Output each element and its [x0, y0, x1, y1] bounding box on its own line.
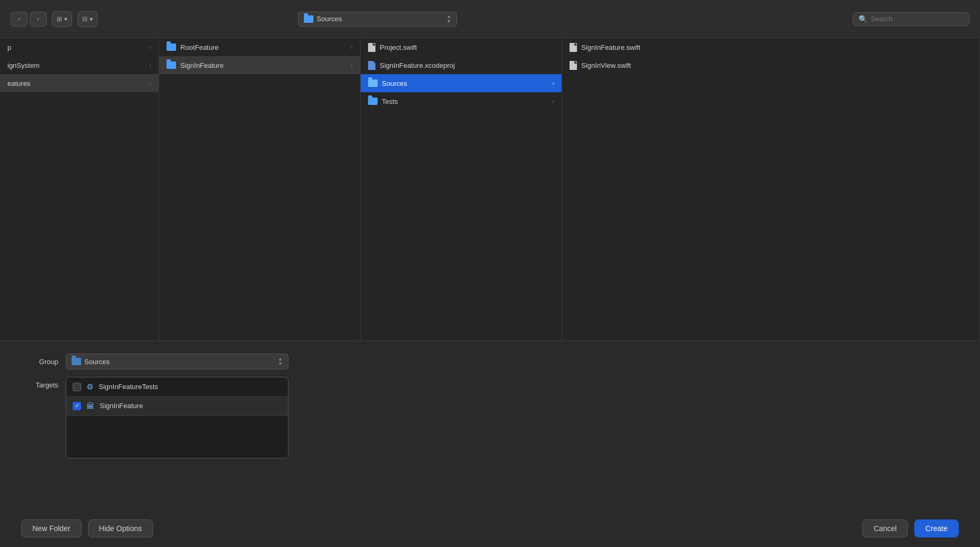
folder-icon [167, 61, 176, 69]
rootfeature-label: RootFeature [180, 43, 347, 51]
right-buttons: Cancel Create [862, 519, 959, 537]
targets-box: ⚙ SignInFeatureTests ✓ 🏛 SignInFeature [66, 377, 288, 458]
location-left: Sources [304, 15, 342, 23]
location-bar[interactable]: Sources ▲ ▼ [298, 12, 457, 27]
search-input[interactable] [871, 15, 964, 23]
xcodeproj-label: SignInFeature.xcodeproj [380, 61, 554, 69]
list-item-tests[interactable]: Tests › [361, 92, 562, 110]
sources-label: Sources [382, 80, 548, 87]
signinfeature-label: SignInFeature [180, 61, 347, 69]
signinfeatureswift-label: SignInFeature.swift [581, 43, 972, 51]
toolbar: ‹ › ⊞ ▾ ⊟ ▾ Sources ▲ ▼ 🔍 [0, 0, 980, 38]
list-item-rootfeature[interactable]: RootFeature › [159, 38, 360, 56]
location-stepper[interactable]: ▲ ▼ [447, 14, 451, 24]
nav-btn-group: ‹ › [11, 12, 47, 27]
projectswift-label: Project.swift [380, 43, 554, 51]
sidebar-item-p-label: p [7, 43, 145, 51]
column-2: Project.swift SignInFeature.xcodeproj So… [361, 38, 562, 340]
targets-empty-area [66, 416, 288, 458]
folder-icon [368, 98, 378, 105]
grid-icon: ⊟ [82, 15, 88, 23]
target-name-signinfeaturetests: SignInFeatureTests [99, 383, 158, 391]
chevron-right-icon: › [553, 99, 554, 104]
building-icon: 🏛 [86, 401, 94, 410]
file-icon [570, 61, 577, 70]
targets-row: Targets ⚙ SignInFeatureTests ✓ 🏛 SignInF… [21, 377, 959, 458]
stepper-down-icon: ▼ [278, 361, 283, 366]
folder-icon [368, 80, 378, 87]
chevron-right-icon: › [553, 81, 554, 86]
gear-icon: ⚙ [86, 382, 93, 392]
target-name-signinfeature: SignInFeature [100, 402, 143, 410]
group-row: Group Sources ▲ ▼ [21, 354, 959, 369]
file-icon [570, 43, 577, 52]
file-icon [368, 43, 375, 52]
target-item-signinfeaturetests[interactable]: ⚙ SignInFeatureTests [66, 377, 288, 396]
group-value: Sources [84, 358, 110, 366]
cancel-button[interactable]: Cancel [862, 519, 908, 537]
column-3: SignInFeature.swift SignInView.swift [562, 38, 980, 340]
group-stepper[interactable]: ▲ ▼ [278, 357, 283, 366]
list-item-projectswift[interactable]: Project.swift [361, 38, 562, 56]
group-select-left: Sources [72, 358, 110, 366]
chevron-right-icon: › [150, 45, 151, 50]
group-folder-icon [72, 358, 81, 365]
list-item-signinfeatureswift[interactable]: SignInFeature.swift [562, 38, 979, 56]
sidebar-column: p › ignSystem › eatures › [0, 38, 159, 340]
location-folder-icon [304, 15, 313, 23]
columns-arrow-icon: ▾ [64, 15, 67, 23]
back-button[interactable]: ‹ [11, 12, 28, 27]
new-folder-button[interactable]: New Folder [21, 519, 82, 537]
list-item-signinfeature[interactable]: SignInFeature › [159, 56, 360, 74]
chevron-right-icon: › [351, 63, 353, 68]
stepper-down-icon: ▼ [447, 19, 451, 24]
list-item-xcodeproj[interactable]: SignInFeature.xcodeproj [361, 56, 562, 74]
location-label: Sources [317, 15, 342, 23]
target-checkbox-signinfeature[interactable]: ✓ [73, 402, 81, 410]
folder-icon [167, 43, 176, 51]
chevron-right-icon: › [150, 81, 151, 86]
chevron-right-icon: › [351, 45, 353, 50]
left-buttons: New Folder Hide Options [21, 519, 153, 537]
sidebar-item-eatures-label: eatures [7, 80, 145, 87]
view-grid-group: ⊟ ▾ [77, 11, 98, 27]
hide-options-button[interactable]: Hide Options [88, 519, 153, 537]
view-columns-group: ⊞ ▾ [52, 11, 72, 27]
sidebar-item-eatures[interactable]: eatures › [0, 74, 159, 92]
file-browser: p › ignSystem › eatures › RootFeature › … [0, 38, 980, 340]
column-1: RootFeature › SignInFeature › [159, 38, 361, 340]
sidebar-item-p[interactable]: p › [0, 38, 159, 56]
group-select[interactable]: Sources ▲ ▼ [66, 354, 288, 369]
search-bar[interactable]: 🔍 [853, 12, 969, 26]
targets-label: Targets [21, 377, 58, 389]
group-label: Group [21, 358, 58, 366]
grid-arrow-icon: ▾ [90, 15, 93, 23]
chevron-right-icon: › [150, 63, 151, 68]
target-checkbox-signinfeaturetests[interactable] [73, 383, 81, 391]
sidebar-item-ignsystem-label: ignSystem [7, 61, 145, 69]
xcodeproj-icon [368, 61, 375, 70]
view-columns-button[interactable]: ⊞ ▾ [52, 12, 72, 27]
search-icon: 🔍 [859, 15, 868, 23]
bottom-panel: Group Sources ▲ ▼ Targets ⚙ SignInFeatur… [0, 340, 980, 510]
sidebar-item-ignsystem[interactable]: ignSystem › [0, 56, 159, 74]
signinviewswift-label: SignInView.swift [581, 61, 972, 69]
view-grid-button[interactable]: ⊟ ▾ [78, 12, 97, 27]
tests-label: Tests [382, 98, 548, 105]
target-item-signinfeature[interactable]: ✓ 🏛 SignInFeature [66, 396, 288, 416]
list-item-signinviewswift[interactable]: SignInView.swift [562, 56, 979, 74]
list-item-sources[interactable]: Sources › [361, 74, 562, 92]
create-button[interactable]: Create [914, 519, 959, 537]
forward-button[interactable]: › [30, 12, 47, 27]
columns-icon: ⊞ [57, 15, 62, 23]
bottom-buttons-row: New Folder Hide Options Cancel Create [0, 510, 980, 547]
